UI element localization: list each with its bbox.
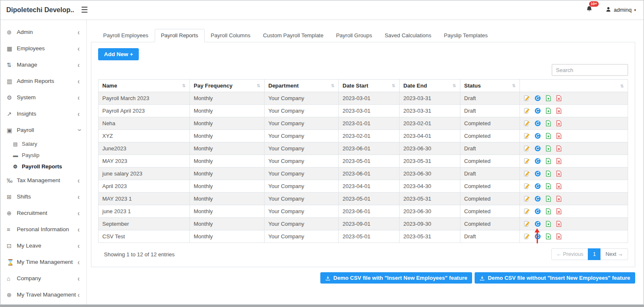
search-input[interactable]	[552, 64, 628, 76]
tab-saved-calculations[interactable]: Saved Calculations	[378, 29, 437, 42]
process-button[interactable]	[535, 233, 541, 240]
process-button[interactable]	[535, 158, 541, 164]
edit-button[interactable]	[524, 95, 530, 101]
sidebar-subitem-label: Payslip	[22, 152, 80, 158]
tab-payroll-employees[interactable]: Payroll Employees	[97, 29, 155, 42]
column-header-name[interactable]: Name⇅	[99, 80, 190, 92]
export-add-button[interactable]	[545, 133, 551, 139]
column-header-status[interactable]: Status⇅	[460, 80, 520, 92]
process-button[interactable]	[535, 133, 541, 139]
edit-button[interactable]	[524, 158, 530, 164]
export-add-button[interactable]	[545, 95, 551, 101]
notifications-button[interactable]: 10+	[585, 5, 594, 15]
sidebar-item-admin-reports[interactable]: ▥Admin Reports‹	[0, 73, 86, 89]
export-add-button[interactable]	[545, 170, 551, 177]
column-header-department[interactable]: Department⇅	[265, 80, 339, 92]
table-row: Payroll April 2023MonthlyYour Company202…	[99, 105, 628, 117]
sidebar-subitem-payslip[interactable]: ▬Payslip	[0, 150, 86, 161]
process-button[interactable]	[535, 120, 541, 126]
sidebar-item-employees[interactable]: ▦Employees‹	[0, 40, 86, 57]
process-button[interactable]	[535, 108, 541, 114]
process-button[interactable]	[535, 208, 541, 214]
app-window: Dipoletechi Develop.. ☰ 10+ adminq ▾ ⊚Ad…	[0, 0, 644, 307]
sidebar-item-tax-management[interactable]: ‰Tax Management‹	[0, 172, 86, 188]
delete-file-button[interactable]	[556, 158, 562, 164]
previous-page-button[interactable]: ← Previous	[551, 248, 589, 260]
sidebar-item-label: Payroll	[17, 127, 78, 133]
edit-icon	[524, 183, 530, 189]
tab-payslip-templates[interactable]: Payslip Templates	[438, 29, 494, 42]
delete-file-button[interactable]	[556, 183, 562, 189]
cell-status: Completed	[460, 180, 520, 193]
delete-file-button[interactable]	[556, 108, 562, 114]
export-add-button[interactable]	[545, 158, 551, 164]
hamburger-menu-icon[interactable]: ☰	[81, 6, 88, 14]
sidebar-item-my-leave[interactable]: ⊡My Leave‹	[0, 237, 86, 254]
export-add-button[interactable]	[545, 221, 551, 227]
delete-file-button[interactable]	[556, 208, 562, 214]
sidebar-item-manage[interactable]: ⇅Manage‹	[0, 57, 86, 73]
user-menu-button[interactable]: adminq ▾	[605, 6, 636, 14]
delete-file-button[interactable]	[556, 133, 562, 139]
delete-file-button[interactable]	[556, 221, 562, 227]
export-add-button[interactable]	[545, 196, 551, 202]
process-button[interactable]	[535, 95, 541, 101]
process-button[interactable]	[535, 170, 541, 177]
edit-button[interactable]	[524, 133, 530, 139]
process-button[interactable]	[535, 145, 541, 152]
sidebar-item-insights[interactable]: ↗Insights‹	[0, 106, 86, 122]
export-add-button[interactable]	[545, 233, 551, 240]
delete-file-button[interactable]	[556, 120, 562, 126]
edit-button[interactable]	[524, 120, 530, 126]
column-header-pay-frequency[interactable]: Pay Frequency⇅	[190, 80, 265, 92]
column-header-date-start[interactable]: Date Start⇅	[339, 80, 400, 92]
delete-file-button[interactable]	[556, 196, 562, 202]
delete-file-button[interactable]	[556, 233, 562, 240]
export-add-button[interactable]	[545, 120, 551, 126]
sidebar-item-shifts[interactable]: ⊞Shifts‹	[0, 188, 86, 205]
cell-name: Payroll March 2023	[99, 92, 190, 105]
column-header-actions[interactable]: ⇅	[520, 80, 628, 92]
delete-file-button[interactable]	[556, 170, 562, 177]
delete-file-button[interactable]	[556, 95, 562, 101]
sidebar-item-personal-information[interactable]: ≡Personal Information‹	[0, 221, 86, 237]
demo-csv-with-button[interactable]: Demo CSV file with "Insert New Employees…	[320, 272, 472, 284]
edit-button[interactable]	[524, 208, 530, 214]
process-button[interactable]	[535, 183, 541, 189]
sidebar-item-admin[interactable]: ⊚Admin‹	[0, 24, 86, 40]
export-add-button[interactable]	[545, 108, 551, 114]
edit-button[interactable]	[524, 196, 530, 202]
edit-button[interactable]	[524, 108, 530, 114]
sidebar-item-my-time-management[interactable]: ⌛My Time Management‹	[0, 254, 86, 270]
export-add-button[interactable]	[545, 145, 551, 152]
edit-button[interactable]	[524, 233, 530, 240]
sidebar-subitem-label: Payroll Reports	[22, 163, 80, 170]
next-page-button[interactable]: Next →	[600, 248, 628, 260]
edit-button[interactable]	[524, 221, 530, 227]
add-new-button[interactable]: Add New +	[98, 48, 139, 60]
process-button[interactable]	[535, 221, 541, 227]
sidebar-item-my-travel-management[interactable]: ⊛My Travel Management‹	[0, 286, 86, 303]
column-header-date-end[interactable]: Date End⇅	[400, 80, 460, 92]
sidebar-item-label: My Travel Management	[17, 292, 78, 298]
tab-payroll-groups[interactable]: Payroll Groups	[330, 29, 378, 42]
edit-button[interactable]	[524, 170, 530, 177]
tab-payroll-reports[interactable]: Payroll Reports	[155, 29, 205, 42]
sidebar-item-system[interactable]: ⚙System‹	[0, 89, 86, 106]
process-button[interactable]	[535, 196, 541, 202]
edit-button[interactable]	[524, 183, 530, 189]
sidebar-item-company[interactable]: ⌂Company‹	[0, 270, 86, 286]
demo-csv-without-button[interactable]: Demo CSV file without "Insert New Employ…	[475, 272, 635, 284]
export-add-button[interactable]	[545, 208, 551, 214]
edit-button[interactable]	[524, 145, 530, 152]
page-1-button[interactable]: 1	[588, 248, 601, 260]
export-add-button[interactable]	[545, 183, 551, 189]
sidebar-subitem-salary[interactable]: ▤Salary	[0, 138, 86, 150]
sidebar-item-recruitment[interactable]: ⊕Recruitment‹	[0, 205, 86, 221]
brand-title[interactable]: Dipoletechi Develop..	[6, 6, 74, 14]
delete-file-button[interactable]	[556, 145, 562, 152]
tab-custom-payroll-template[interactable]: Custom Payroll Template	[257, 29, 330, 42]
sidebar-subitem-payroll-reports[interactable]: ⚙Payroll Reports	[0, 161, 86, 172]
sidebar-item-payroll[interactable]: ▣Payroll‹	[0, 122, 86, 138]
tab-payroll-columns[interactable]: Payroll Columns	[205, 29, 257, 42]
